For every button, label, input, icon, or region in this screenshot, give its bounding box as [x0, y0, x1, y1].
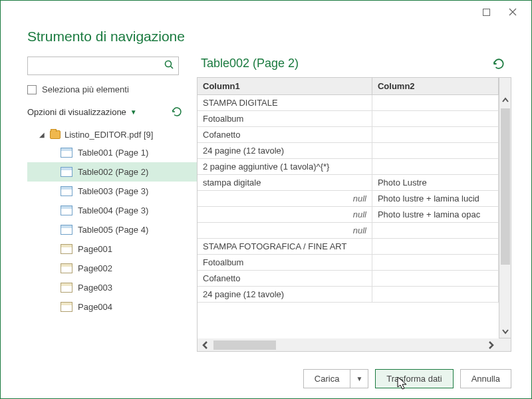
folder-label: Listino_EDITOR.pdf [9]: [65, 130, 153, 140]
scroll-thumb[interactable]: [213, 340, 276, 350]
tree: ◢ Listino_EDITOR.pdf [9] Table001 (Page …: [27, 126, 197, 317]
table-row[interactable]: 24 pagine (12 tavole): [198, 143, 499, 159]
tree-item[interactable]: Table002 (Page 2): [27, 162, 197, 182]
cell: STAMPA DIGITALE: [198, 95, 372, 111]
table-row[interactable]: 2 pagine aggiuntive (1 tavola)^{*}: [198, 159, 499, 175]
table-icon: [61, 148, 72, 158]
tree-item[interactable]: Page003: [27, 278, 197, 297]
table-row[interactable]: nullPhoto lustre + lamina opac: [198, 207, 499, 223]
table-row[interactable]: nullPhoto lustre + lamina lucid: [198, 191, 499, 207]
svg-line-4: [171, 66, 174, 69]
display-options-label: Opzioni di visualizzazione: [27, 107, 126, 117]
table-row[interactable]: stampa digitalePhoto Lustre: [198, 175, 499, 191]
tree-item[interactable]: Table004 (Page 3): [27, 201, 197, 220]
scroll-down-icon: [501, 325, 509, 338]
table-icon: [61, 225, 72, 235]
column-header[interactable]: Column1: [198, 78, 372, 95]
window-titlebar: [1, 1, 531, 23]
table-row[interactable]: 24 pagine (12 tavole): [198, 287, 499, 303]
tree-item[interactable]: Table003 (Page 3): [27, 182, 197, 201]
load-button[interactable]: Carica ▼: [303, 369, 368, 388]
search-box[interactable]: [27, 57, 179, 75]
tree-item[interactable]: Table001 (Page 1): [27, 143, 197, 162]
left-panel: Seleziona più elementi Opzioni di visual…: [27, 57, 197, 352]
close-button[interactable]: [499, 3, 526, 21]
multi-select-label: Seleziona più elementi: [42, 84, 129, 94]
tree-item[interactable]: Page002: [27, 259, 197, 278]
horizontal-scrollbar[interactable]: [197, 338, 511, 352]
table-icon: [61, 186, 72, 196]
cell: [372, 159, 498, 175]
tree-item[interactable]: Page001: [27, 239, 197, 259]
table-icon: [61, 205, 72, 215]
cell: null: [198, 207, 372, 223]
refresh-preview-icon[interactable]: [493, 58, 505, 70]
cell: [372, 255, 498, 271]
table-row[interactable]: STAMPA DIGITALE: [198, 95, 499, 111]
tree-item[interactable]: Page004: [27, 297, 197, 317]
cell: Photo Lustre: [372, 175, 498, 191]
tree-item[interactable]: Table005 (Page 4): [27, 220, 197, 239]
tree-item-label: Table005 (Page 4): [78, 225, 148, 235]
table-row[interactable]: Cofanetto: [198, 271, 499, 287]
column-header[interactable]: Column2: [372, 78, 498, 95]
cancel-button[interactable]: Annulla: [460, 369, 511, 388]
search-icon: [164, 59, 174, 72]
caret-down-icon: ▼: [130, 108, 137, 116]
cell: [372, 287, 498, 303]
checkbox-icon: [27, 85, 37, 94]
cell: [372, 111, 498, 127]
table-row[interactable]: Cofanetto: [198, 127, 499, 143]
cell: null: [198, 223, 372, 239]
svg-point-3: [166, 61, 172, 67]
table-row[interactable]: null: [198, 223, 499, 239]
sheet-icon: [61, 244, 72, 254]
tree-item-label: Table002 (Page 2): [78, 167, 148, 177]
table-row[interactable]: Fotoalbum: [198, 255, 499, 271]
vertical-scrollbar[interactable]: [499, 77, 511, 338]
multi-select-toggle[interactable]: Seleziona più elementi: [27, 84, 197, 94]
table-icon: [61, 167, 72, 177]
sheet-icon: [61, 283, 72, 293]
footer: Carica ▼ Trasforma dati Annulla: [1, 358, 531, 398]
navigator-dialog: Strumento di navigazione Seleziona più e…: [0, 0, 532, 399]
cell: 24 pagine (12 tavole): [198, 143, 372, 159]
load-label: Carica: [304, 370, 351, 388]
table-row[interactable]: Fotoalbum: [198, 111, 499, 127]
table-row[interactable]: STAMPA FOTOGRAFICA / FINE ART: [198, 239, 499, 255]
cell: Photo lustre + lamina lucid: [372, 191, 498, 207]
tree-item-label: Table003 (Page 3): [78, 186, 148, 196]
folder-icon: [50, 130, 61, 139]
scroll-right-icon: [483, 340, 499, 350]
search-input[interactable]: [32, 61, 164, 72]
refresh-icon[interactable]: [172, 106, 182, 117]
tree-folder[interactable]: ◢ Listino_EDITOR.pdf [9]: [27, 126, 197, 143]
dialog-title: Strumento di navigazione: [1, 23, 531, 57]
tree-item-label: Page002: [78, 263, 112, 273]
cell: Photo lustre + lamina opac: [372, 207, 498, 223]
cell: Cofanetto: [198, 127, 372, 143]
preview-table-container: Column1 Column2 STAMPA DIGITALEFotoalbum…: [197, 77, 511, 338]
tree-item-label: Table004 (Page 3): [78, 205, 148, 215]
transform-button[interactable]: Trasforma dati: [375, 369, 453, 388]
cell: [372, 239, 498, 255]
scroll-left-icon: [198, 340, 213, 350]
tree-item-label: Page004: [78, 302, 112, 312]
preview-table: Column1 Column2 STAMPA DIGITALEFotoalbum…: [198, 78, 499, 303]
svg-rect-0: [483, 9, 489, 15]
cell: Fotoalbum: [198, 111, 372, 127]
cell: [372, 223, 498, 239]
preview-panel: Table002 (Page 2) Column1 Column2 ST: [197, 57, 511, 352]
cell: [372, 127, 498, 143]
preview-title: Table002 (Page 2): [201, 57, 299, 70]
collapse-icon: ◢: [39, 131, 46, 138]
cell: [372, 143, 498, 159]
load-dropdown-icon[interactable]: ▼: [350, 370, 368, 388]
maximize-button[interactable]: [473, 3, 499, 21]
cell: null: [198, 191, 372, 207]
display-options-dropdown[interactable]: Opzioni di visualizzazione ▼: [27, 106, 197, 117]
scroll-thumb[interactable]: [501, 108, 510, 265]
cell: [372, 271, 498, 287]
tree-item-label: Page003: [78, 283, 112, 293]
cell: STAMPA FOTOGRAFICA / FINE ART: [198, 239, 372, 255]
